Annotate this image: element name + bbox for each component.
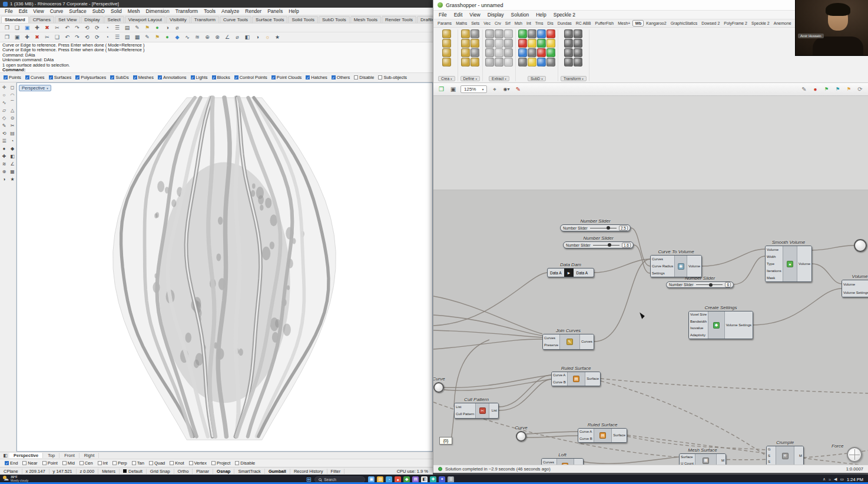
toolbar-icon-4[interactable]: ✖ [43, 24, 51, 32]
palette-icon-3-5[interactable] [528, 39, 536, 48]
gh-tab-graphicstatics[interactable]: GraphicStatics [669, 21, 700, 26]
filter-sub-objects[interactable]: Sub-objects [378, 75, 407, 80]
gh-menu-help[interactable]: Help [532, 12, 549, 18]
palette-icon-1-7[interactable] [471, 58, 479, 67]
palette-icon-0-2[interactable] [442, 48, 451, 57]
toolbar-icon-3[interactable]: ✚ [33, 24, 41, 32]
gh-input-preserve[interactable]: Preserve [544, 343, 558, 347]
gh-input-curves[interactable]: Curves [544, 336, 558, 340]
gh-node-curve-param[interactable]: Curve [516, 431, 526, 442]
toolbar-icon-14[interactable]: ✎ [143, 34, 151, 41]
palette-icon-2-7[interactable] [495, 48, 503, 57]
osnap-checkbox[interactable]: ✓ [5, 461, 9, 465]
side-tool-icon-24[interactable]: ◑ [1, 175, 8, 183]
side-tool-icon-10[interactable]: ✎ [1, 122, 8, 129]
palette-icon-1-5[interactable] [471, 48, 479, 57]
palette-icon-3-0[interactable] [518, 29, 527, 38]
palette-icon-3-11[interactable] [546, 48, 555, 57]
status-toggle-filter[interactable]: Filter [327, 469, 345, 474]
filter-point-clouds[interactable]: ✓Point Clouds [271, 75, 302, 80]
gh-input-settings[interactable]: Settings [652, 271, 673, 276]
filter-meshes[interactable]: ✓Meshes [133, 75, 154, 80]
osnap-checkbox[interactable] [170, 461, 174, 465]
gh-tab-sets[interactable]: Sets [469, 21, 481, 26]
rhino-tab-visibility[interactable]: Visibility [166, 16, 190, 23]
toolbar-icon-6[interactable]: ↶ [63, 34, 71, 41]
toolbar-icon-9[interactable]: ⟳ [93, 34, 101, 41]
palette-icon-3-15[interactable] [546, 58, 555, 67]
viewport-tab-perspective[interactable]: Perspective [9, 453, 43, 458]
toolbar-icon-8[interactable]: ⟲ [83, 34, 91, 41]
palette-group-label-transform[interactable]: Transform [561, 76, 587, 81]
gh-input-curve-b[interactable]: Curve B [553, 380, 566, 384]
toolbar-icon-16[interactable]: ● [163, 34, 171, 41]
gh-input-curve-a[interactable]: Curve A [579, 430, 592, 434]
filter-control-points[interactable]: ✓Control Points [234, 75, 267, 80]
palette-icon-4-3[interactable] [574, 39, 582, 48]
gh-slider-track[interactable] [696, 284, 723, 285]
zoom-extents-icon[interactable]: ⌖ [490, 85, 499, 94]
taskbar-app-icon-9[interactable]: ☰ [448, 476, 454, 483]
toolbar-icon-12[interactable]: ▤ [123, 24, 131, 32]
filter-lights[interactable]: ✓Lights [191, 75, 208, 80]
palette-icon-1-0[interactable] [461, 29, 470, 38]
palette-icon-4-7[interactable] [574, 58, 582, 67]
rhino-menu-transform[interactable]: Transform [173, 8, 201, 14]
gh-input-adaptivity[interactable]: Adaptivity [690, 333, 707, 337]
osnap-tan[interactable]: Tan [132, 460, 144, 466]
gh-input-curves[interactable]: Curves [652, 257, 673, 261]
toolbar-icon-10[interactable]: ◔ [103, 24, 111, 32]
osnap-checkbox[interactable] [112, 461, 117, 465]
toolbar-icon-9[interactable]: ⟳ [93, 24, 101, 32]
gh-node-ruled-surface-1[interactable]: Ruled SurfaceCurve ACurve B▤Surface [551, 372, 601, 386]
status-units[interactable]: Meters [98, 469, 120, 474]
gh-node-canvas-compass[interactable] [847, 447, 862, 462]
palette-icon-4-4[interactable] [564, 48, 573, 57]
palette-icon-3-14[interactable] [537, 58, 546, 67]
osnap-checkbox[interactable] [42, 461, 47, 465]
side-tool-icon-16[interactable]: ● [1, 145, 8, 152]
osnap-checkbox[interactable] [22, 461, 26, 465]
palette-icon-4-6[interactable] [564, 58, 573, 67]
gh-node-data-dam[interactable]: Data DamData A►Data A [547, 268, 594, 277]
palette-icon-1-1[interactable] [471, 29, 479, 38]
flag-teal-icon[interactable]: ⚑ [833, 85, 842, 94]
side-tool-icon-17[interactable]: ◆ [9, 145, 16, 152]
gh-slider-grip[interactable] [608, 243, 611, 247]
gh-output-surface[interactable]: Surface [613, 433, 625, 437]
toolbar-icon-7[interactable]: ↷ [73, 24, 81, 32]
gh-menu-speckle-2[interactable]: Speckle 2 [550, 12, 579, 18]
osnap-checkbox[interactable] [79, 461, 84, 465]
gh-tab-dis[interactable]: Dis [546, 21, 555, 26]
toolbar-icon-2[interactable]: ✚ [23, 34, 31, 41]
gh-node-cull-pattern[interactable]: Cull PatternListCull Pattern✂List [454, 403, 499, 419]
gh-tab-msh[interactable]: Msh [513, 21, 524, 26]
gh-node-ruled-surface-2[interactable]: Ruled SurfaceCurve ACurve B▤Surface [578, 428, 627, 443]
gh-output-volume-settings[interactable]: Volume Settings [726, 323, 751, 327]
rhino-tab-transform[interactable]: Transform [191, 16, 219, 23]
toolbar-icon-14[interactable]: ⚑ [143, 24, 151, 32]
gh-node-crumple[interactable]: CrumpleGSS≋M [766, 446, 804, 465]
filter-checkbox[interactable] [354, 75, 358, 79]
palette-icon-1-6[interactable] [461, 58, 470, 67]
side-tool-icon-12[interactable]: ⟲ [1, 130, 8, 137]
gh-slider-track[interactable] [590, 228, 617, 228]
gh-input-bandwidth[interactable]: Bandwidth [690, 320, 707, 324]
rhino-tab-render-tools[interactable]: Render Tools [382, 16, 416, 23]
palette-icon-2-1[interactable] [495, 29, 503, 38]
gh-tab-pufferfish[interactable]: PufferFish [593, 21, 615, 26]
rhino-tab-select[interactable]: Select [104, 16, 124, 23]
toolbar-icon-24[interactable]: ◧ [243, 34, 251, 41]
gh-input-type[interactable]: Type [767, 262, 781, 266]
gh-tab-speckle-2[interactable]: Speckle 2 [750, 21, 771, 26]
palette-icon-1-2[interactable] [461, 39, 470, 48]
gh-param-circle[interactable] [854, 239, 867, 252]
status-toggle-record-history[interactable]: Record History [290, 469, 327, 474]
rhino-titlebar[interactable]: 1 (336 MB) - Rhinoceros 7 Corporate - [P… [0, 0, 433, 8]
gh-slider-body[interactable]: Number Slider1.6 [563, 241, 634, 248]
gh-tab-dundas[interactable]: Dundas [556, 21, 574, 26]
osnap-checkbox[interactable] [211, 461, 216, 465]
palette-icon-3-4[interactable] [518, 39, 527, 48]
gh-node-curve-to-volume[interactable]: Curve To VolumeCurvesCurve RadiusSetting… [650, 255, 702, 277]
filter-others[interactable]: ✓Others [332, 75, 350, 80]
